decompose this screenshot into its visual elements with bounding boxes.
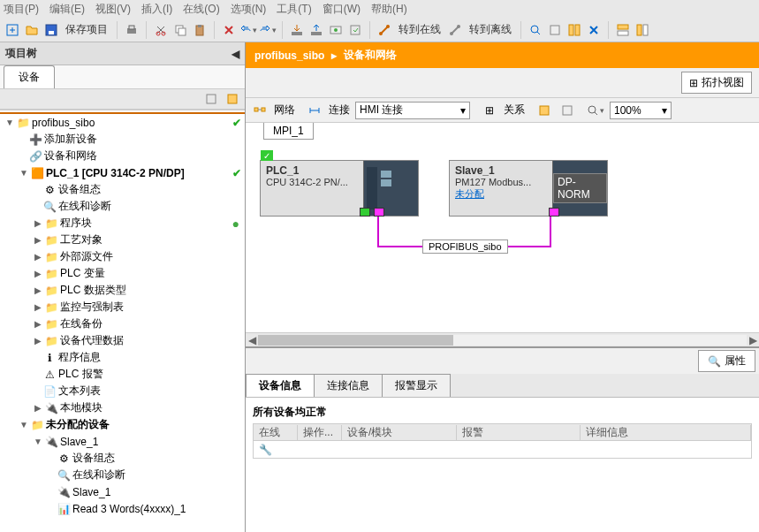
new-project-icon[interactable] <box>4 21 21 39</box>
connect-icon[interactable] <box>306 102 323 119</box>
tree-slave1-mod[interactable]: 🔌Slave_1 <box>0 483 245 500</box>
properties-button[interactable]: 🔍 属性 <box>698 350 755 372</box>
tree-plc-alarm[interactable]: ⚠PLC 报警 <box>0 366 245 383</box>
tree-ext-source[interactable]: ▶📁外部源文件 <box>0 248 245 265</box>
tree-slave1-diag[interactable]: 🔍在线和诊断 <box>0 467 245 483</box>
split-v-icon[interactable] <box>634 21 651 39</box>
tree-devices-networks[interactable]: 🔗设备和网络 <box>0 148 245 164</box>
compile-icon[interactable] <box>346 21 364 39</box>
network-canvas[interactable]: MPI_1 ✓ PLC_1 CPU 314C-2 PN/... Slave_1 <box>246 123 759 332</box>
tree-slave1[interactable]: ▼🔌Slave_1 <box>0 433 245 450</box>
tree-text-list[interactable]: 📄文本列表 <box>0 383 245 399</box>
tab-alarm[interactable]: 报警显示 <box>382 374 451 397</box>
menu-insert[interactable]: 插入(I) <box>141 2 172 17</box>
bus-label[interactable]: PROFIBUS_sibo <box>422 239 508 254</box>
scroll-right-icon[interactable]: ▶ <box>747 334 759 346</box>
tree-prog-info[interactable]: ℹ程序信息 <box>0 349 245 366</box>
menu-online[interactable]: 在线(O) <box>183 2 219 17</box>
paste-icon[interactable] <box>191 21 209 39</box>
col-online[interactable]: 在线 <box>254 425 298 440</box>
port-pn[interactable] <box>360 208 370 217</box>
tab-conn-info[interactable]: 连接信息 <box>314 374 383 397</box>
close-icon[interactable] <box>585 21 603 39</box>
delete-icon[interactable] <box>220 21 238 39</box>
split-h-icon[interactable] <box>614 21 632 39</box>
tree-program-blocks[interactable]: ▶📁程序块● <box>0 215 245 232</box>
accessible-icon[interactable] <box>546 21 564 39</box>
horizontal-scrollbar[interactable]: ◀ ▶ <box>246 332 759 346</box>
folder-icon: 📁 <box>30 418 44 432</box>
save-project-button[interactable]: 保存项目 <box>62 22 111 37</box>
network-icon[interactable] <box>251 102 269 119</box>
upload-icon[interactable] <box>307 21 325 39</box>
menu-options[interactable]: 选项(N) <box>231 2 267 17</box>
tree-local-modules[interactable]: ▶🔌本地模块 <box>0 399 245 416</box>
hmi-connection-select[interactable]: HMI 连接▾ <box>355 102 470 119</box>
port-dp[interactable] <box>374 208 384 217</box>
mpi-tab[interactable]: MPI_1 <box>263 123 314 140</box>
zoom-icon[interactable] <box>587 102 604 119</box>
tree-root[interactable]: ▼📁profibus_sibo✔ <box>0 114 245 131</box>
collapse-panel-icon[interactable]: ◀ <box>231 48 239 60</box>
highlight2-icon[interactable] <box>558 102 576 119</box>
cut-icon[interactable] <box>152 21 170 39</box>
tree-add-device[interactable]: ➕添加新设备 <box>0 131 245 148</box>
download-icon[interactable] <box>288 21 306 39</box>
menu-edit[interactable]: 编辑(E) <box>49 2 85 17</box>
tree-plc-datatypes[interactable]: ▶📁PLC 数据类型 <box>0 282 245 299</box>
tree-online-backup[interactable]: ▶📁在线备份 <box>0 315 245 332</box>
tree-tech-objects[interactable]: ▶📁工艺对象 <box>0 232 245 248</box>
tree-watch-tables[interactable]: ▶📁监控与强制表 <box>0 299 245 315</box>
menu-window[interactable]: 窗口(W) <box>323 2 361 17</box>
topology-view-tab[interactable]: ⊞ 拓扑视图 <box>681 72 752 94</box>
device-slave1[interactable]: Slave_1 PM127 Modbus... 未分配 DP-NORM <box>449 160 608 217</box>
go-online-button[interactable]: 转到在线 <box>395 22 444 37</box>
go-online-icon[interactable] <box>376 21 393 39</box>
col-alarm[interactable]: 报警 <box>457 425 581 440</box>
tree-view-icon[interactable] <box>224 90 241 108</box>
save-icon[interactable] <box>42 21 60 39</box>
menu-help[interactable]: 帮助(H) <box>371 2 407 17</box>
tree-plc-tags[interactable]: ▶📁PLC 变量 <box>0 265 245 282</box>
tree-device-config[interactable]: ⚙设备组态 <box>0 181 245 198</box>
tree-device-proxy[interactable]: ▶📁设备代理数据 <box>0 332 245 349</box>
col-detail[interactable]: 详细信息 <box>581 425 751 440</box>
config-icon: ⚙ <box>57 452 71 466</box>
status-ok-icon: ✓ <box>261 150 273 161</box>
svg-rect-37 <box>381 171 391 178</box>
menu-tools[interactable]: 工具(T) <box>277 2 311 17</box>
tree-slave1-read[interactable]: 📊Read 3 Words(4xxxx)_1 <box>0 500 245 517</box>
cross-ref-icon[interactable] <box>565 21 583 39</box>
simulate-icon[interactable] <box>327 21 345 39</box>
project-tree[interactable]: ▼📁profibus_sibo✔ ➕添加新设备 🔗设备和网络 ▼🟧PLC_1 [… <box>0 110 245 532</box>
tree-plc1[interactable]: ▼🟧PLC_1 [CPU 314C-2 PN/DP]✔ <box>0 164 245 181</box>
go-offline-icon[interactable] <box>446 21 464 39</box>
tree-online-diag[interactable]: 🔍在线和诊断 <box>0 198 245 215</box>
open-project-icon[interactable] <box>23 21 41 39</box>
device-plc1[interactable]: ✓ PLC_1 CPU 314C-2 PN/... <box>260 160 419 217</box>
print-icon[interactable] <box>123 21 140 39</box>
copy-icon[interactable] <box>171 21 189 39</box>
breadcrumb-root[interactable]: profibus_sibo <box>254 49 324 62</box>
devices-tab[interactable]: 设备 <box>4 65 55 88</box>
menu-view[interactable]: 视图(V) <box>95 2 131 17</box>
highlight-icon[interactable] <box>535 102 553 119</box>
col-op[interactable]: 操作... <box>298 425 342 440</box>
device-unassigned-link[interactable]: 未分配 <box>455 187 547 201</box>
relation-icon[interactable]: ⊞ <box>481 102 498 119</box>
table-row[interactable]: 🔧 <box>253 441 752 459</box>
menu-project[interactable]: 项目(P) <box>4 2 39 17</box>
go-offline-button[interactable]: 转到离线 <box>466 22 515 37</box>
scroll-left-icon[interactable]: ◀ <box>246 334 258 346</box>
zoom-select[interactable]: 100%▾ <box>610 102 672 119</box>
breadcrumb-page[interactable]: 设备和网络 <box>344 48 397 63</box>
tab-device-info[interactable]: 设备信息 <box>246 374 315 397</box>
col-devmod[interactable]: 设备/模块 <box>342 425 457 440</box>
tree-slave1-cfg[interactable]: ⚙设备组态 <box>0 450 245 467</box>
redo-icon[interactable] <box>259 21 277 39</box>
tree-toggle-icon[interactable] <box>202 90 220 108</box>
search-icon[interactable] <box>527 21 544 39</box>
tree-unassigned[interactable]: ▼📁未分配的设备 <box>0 416 245 433</box>
undo-icon[interactable] <box>239 21 257 39</box>
port-dp[interactable] <box>549 208 559 217</box>
